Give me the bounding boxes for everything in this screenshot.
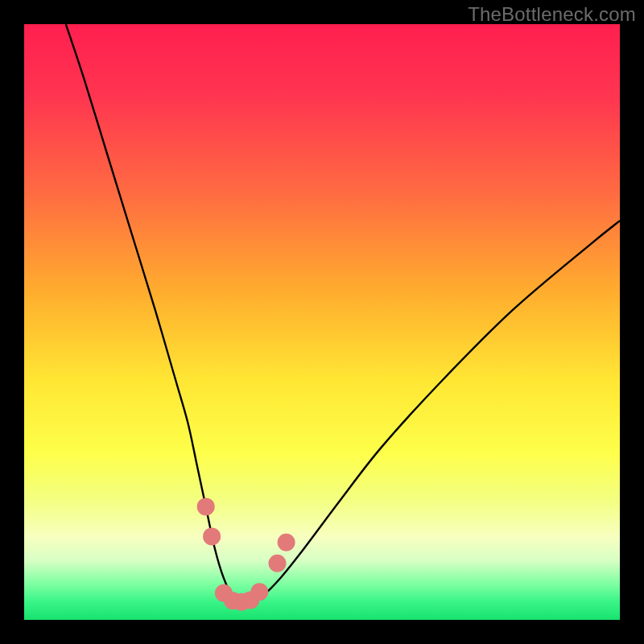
watermark-text: TheBottleneck.com <box>468 3 636 26</box>
marker-point <box>197 497 215 515</box>
marker-point <box>250 583 268 601</box>
chart-svg <box>24 24 620 620</box>
marker-point <box>278 534 295 551</box>
plot-area <box>24 24 620 620</box>
marker-point <box>203 527 221 545</box>
marker-point <box>269 555 287 572</box>
outer-frame: TheBottleneck.com <box>0 0 644 644</box>
gradient-background <box>24 24 620 620</box>
